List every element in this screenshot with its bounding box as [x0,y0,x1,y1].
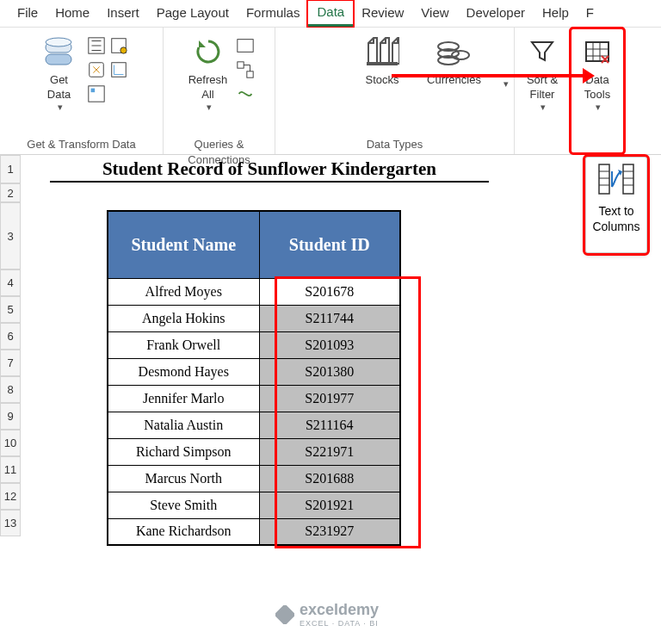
svg-rect-10 [237,40,252,53]
cell-student-id[interactable]: S201678 [259,278,400,305]
cell-student-id[interactable]: S221971 [259,438,400,465]
ribbon-group-sortfilter: Sort &Filter ▾ [515,28,570,154]
menu-home[interactable]: Home [46,2,98,25]
cell-student-id[interactable]: S201688 [259,465,400,492]
chevron-down-icon: ▾ [58,102,63,113]
sort-filter-button[interactable]: Sort &Filter ▾ [518,31,566,115]
svg-point-2 [46,38,71,46]
row-header[interactable]: 4 [0,269,21,296]
row-header[interactable]: 13 [0,510,21,536]
menu-pagelayout[interactable]: Page Layout [148,2,238,25]
cell-student-name[interactable]: Steve Smith [108,492,259,518]
menu-insert[interactable]: Insert [98,2,148,25]
table-header-row: Student Name Student ID [108,211,400,278]
row-header[interactable]: 1 [0,155,21,183]
cell-student-name[interactable]: Jennifer Marlo [108,385,259,412]
cell-student-id[interactable]: S201977 [259,385,400,412]
watermark-brand: exceldemy [300,601,379,618]
get-data-icon [43,33,76,71]
group-label-queries: Queries & Connections [169,137,269,152]
cell-student-name[interactable]: Natalia Austin [108,412,259,438]
table-row[interactable]: Natalia AustinS211164 [108,412,400,438]
data-tools-button[interactable]: DataTools ▾ [573,31,621,115]
sheet-title: Student Record of Sunflower Kindergarten [50,158,489,183]
menu-view[interactable]: View [412,2,457,25]
header-student-name[interactable]: Student Name [108,211,259,278]
transform-mini-icons-2[interactable] [109,31,128,79]
menu-formulas[interactable]: Formulas [238,2,309,25]
menu-developer[interactable]: Developer [458,2,534,25]
watermark-sub: EXCEL · DATA · BI [300,619,379,628]
cell-student-name[interactable]: Kane Richardson [108,518,259,545]
svg-rect-6 [90,89,95,93]
refresh-all-button[interactable]: RefreshAll ▾ [184,31,232,115]
annotation-arrow [392,74,590,77]
row-header[interactable]: 12 [0,483,21,510]
cell-student-name[interactable]: Desmond Hayes [108,358,259,385]
menu-data[interactable]: Data [308,1,353,27]
chevron-down-icon: ▾ [596,102,601,113]
svg-rect-0 [46,54,71,65]
refresh-icon [193,33,224,71]
refresh-all-label: RefreshAll [188,71,228,102]
table-row[interactable]: Marcus NorthS201688 [108,465,400,492]
ribbon: GetData ▾ Get & Transform Data RefreshAl… [0,28,661,155]
cell-student-name[interactable]: Frank Orwell [108,331,259,358]
group-label-datatypes: Data Types [281,137,509,152]
group-label-sort [520,137,565,152]
row-header[interactable]: 7 [0,350,21,376]
menu-review[interactable]: Review [353,2,412,25]
chevron-down-icon: ▾ [541,102,546,113]
row-header[interactable]: 10 [0,430,21,456]
row-header[interactable]: 9 [0,403,21,430]
row-header[interactable]: 6 [0,323,21,350]
table-row[interactable]: Jennifer MarloS201977 [108,385,400,412]
cell-student-name[interactable]: Angela Hokins [108,305,259,331]
cell-student-id[interactable]: S211744 [259,305,400,331]
cell-student-name[interactable]: Alfred Moyes [108,278,259,305]
svg-rect-11 [237,62,243,68]
get-data-button[interactable]: GetData ▾ [35,31,83,115]
menu-file[interactable]: File [9,2,46,25]
group-label-transform: Get & Transform Data [5,137,158,152]
svg-rect-21 [275,605,294,624]
table-row[interactable]: Alfred MoyesS201678 [108,278,400,305]
table-row[interactable]: Frank OrwellS201093 [108,331,400,358]
row-header[interactable]: 11 [0,456,21,483]
cell-student-id[interactable]: S201093 [259,331,400,358]
watermark: exceldemy EXCEL · DATA · BI [275,601,379,628]
header-student-id[interactable]: Student ID [259,211,400,278]
svg-rect-12 [246,71,252,77]
cell-student-id[interactable]: S231927 [259,518,400,545]
filter-icon [529,33,555,71]
row-header[interactable]: 5 [0,296,21,323]
table-row[interactable]: Kane RichardsonS231927 [108,518,400,545]
currencies-icon [436,33,471,71]
queries-mini-icons[interactable] [236,31,255,103]
menu-f[interactable]: F [578,2,602,25]
group-label-tools [575,137,620,152]
data-tools-icon [584,33,610,71]
table-row[interactable]: Steve SmithS201921 [108,492,400,518]
svg-rect-13 [367,62,398,65]
ribbon-group-datatypes: Stocks Currencies ▾ Data Types [275,28,515,154]
stocks-button[interactable]: Stocks [358,31,406,89]
cell-student-name[interactable]: Marcus North [108,465,259,492]
menu-help[interactable]: Help [534,2,578,25]
currencies-button[interactable]: Currencies [423,31,485,89]
sheet-content[interactable]: Student Record of Sunflower Kindergarten… [21,155,661,546]
ribbon-group-datatools: DataTools ▾ [570,28,625,154]
row-header[interactable]: 8 [0,376,21,403]
cell-student-id[interactable]: S201380 [259,358,400,385]
table-row[interactable]: Desmond HayesS201380 [108,358,400,385]
cell-student-id[interactable]: S211164 [259,412,400,438]
cell-student-id[interactable]: S201921 [259,492,400,518]
cell-student-name[interactable]: Richard Simpson [108,438,259,465]
ribbon-group-transform: GetData ▾ Get & Transform Data [0,28,164,154]
table-row[interactable]: Richard SimpsonS221971 [108,438,400,465]
datatypes-expand-icon[interactable]: ▾ [503,78,509,90]
transform-mini-icons[interactable] [87,31,106,103]
row-header[interactable]: 2 [0,183,21,202]
row-header[interactable]: 3 [0,202,21,269]
table-row[interactable]: Angela HokinsS211744 [108,305,400,331]
